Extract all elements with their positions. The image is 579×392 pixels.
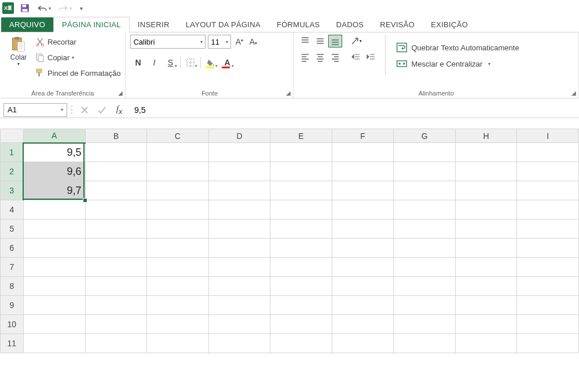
cell[interactable] [85,239,147,258]
cell[interactable] [455,219,517,239]
tab-review[interactable]: REVISÃO [372,17,423,32]
tab-view[interactable]: EXIBIÇÃO [423,17,476,32]
save-button[interactable] [19,2,31,14]
cell[interactable] [332,162,394,181]
cell[interactable] [85,162,147,181]
cell[interactable] [147,315,209,334]
cell[interactable] [270,296,332,315]
cell[interactable] [147,334,209,353]
undo-caret-icon[interactable]: ▾ [49,6,51,11]
cell[interactable] [455,258,517,277]
cell[interactable] [208,162,270,181]
cell[interactable] [23,258,85,277]
cell[interactable] [394,219,456,239]
tab-home[interactable]: PÁGINA INICIAL [53,17,130,32]
cell[interactable] [332,334,394,353]
redo-caret-icon[interactable]: ▾ [69,6,72,11]
cell[interactable] [147,258,209,277]
cell[interactable] [208,277,270,296]
orientation-button[interactable]: ▾ [349,35,363,47]
cell[interactable] [147,219,209,239]
cell[interactable] [394,334,456,353]
cell[interactable] [517,315,579,334]
column-header[interactable]: G [394,129,456,143]
row-header[interactable]: 5 [1,219,24,239]
cell[interactable] [208,219,270,239]
clipboard-dialog-launcher[interactable]: ◢ [118,90,123,96]
font-dialog-launcher[interactable]: ◢ [286,90,291,96]
cell[interactable] [208,181,270,200]
cell[interactable] [517,334,579,353]
cell[interactable] [332,239,394,258]
cell[interactable] [517,277,579,296]
cell[interactable] [517,143,579,162]
customize-qat-button[interactable]: ▾ [78,4,84,13]
cell[interactable] [208,239,270,258]
cell[interactable] [517,296,579,315]
merge-center-button[interactable]: Mesclar e Centralizar ▾ [396,57,519,71]
cell[interactable] [455,296,517,315]
cell[interactable] [208,258,270,277]
enter-formula-button[interactable] [94,103,110,117]
cell[interactable] [147,296,209,315]
cell[interactable] [332,277,394,296]
cell[interactable] [208,334,270,353]
cell[interactable]: 9,5 [23,143,85,162]
cell[interactable] [394,200,456,219]
cell[interactable] [85,200,147,219]
row-header[interactable]: 8 [1,277,24,296]
row-header[interactable]: 7 [1,258,24,277]
row-header[interactable]: 9 [1,296,24,315]
cell[interactable] [23,219,85,239]
cell[interactable] [85,258,147,277]
fill-color-button[interactable]: ▾ [203,56,218,69]
cell[interactable] [455,239,517,258]
increase-indent-button[interactable] [364,51,378,64]
cell[interactable]: 9,6 [23,162,85,181]
cell[interactable] [455,315,517,334]
cell[interactable] [85,315,147,334]
cell[interactable] [270,181,332,200]
align-left-button[interactable] [298,51,312,64]
row-header[interactable]: 3 [1,181,24,200]
cell[interactable] [270,162,332,181]
cell[interactable] [394,239,456,258]
cut-button[interactable]: Recortar [35,35,120,49]
column-header[interactable]: H [455,129,517,143]
cell[interactable] [147,277,209,296]
column-header[interactable]: C [147,129,209,143]
cell[interactable] [23,200,85,219]
cell[interactable] [85,143,147,162]
cell[interactable] [455,181,517,200]
paste-button[interactable]: Colar ▾ [5,35,32,68]
tab-page-layout[interactable]: LAYOUT DA PÁGINA [178,17,269,32]
column-header[interactable]: F [332,129,394,143]
row-header[interactable]: 10 [1,315,24,334]
cell[interactable] [23,296,85,315]
formula-input[interactable] [130,103,579,117]
tab-data[interactable]: DADOS [328,17,372,32]
cancel-formula-button[interactable] [76,103,93,117]
font-name-combo[interactable]: Calibri ▾ [130,35,206,49]
cell[interactable] [455,143,517,162]
cell[interactable] [394,143,456,162]
cell[interactable] [270,277,332,296]
formula-bar-grip[interactable]: ⋮ [69,103,74,117]
bold-button[interactable]: N [130,56,145,69]
underline-button[interactable]: S▾ [163,56,178,69]
tab-formulas[interactable]: FÓRMULAS [269,17,328,32]
cell[interactable] [332,296,394,315]
name-box[interactable]: A1 ▾ [3,103,67,117]
font-color-button[interactable]: A ▾ [219,56,234,69]
cell[interactable] [85,181,147,200]
cell[interactable] [517,219,579,239]
align-top-button[interactable] [298,35,312,47]
cell[interactable] [147,162,209,181]
cell[interactable] [270,143,332,162]
italic-button[interactable]: I [146,56,162,69]
cell[interactable] [85,277,147,296]
font-size-combo[interactable]: 11 ▾ [208,35,231,49]
row-header[interactable]: 6 [1,239,24,258]
fill-handle[interactable] [83,198,87,203]
redo-button[interactable]: ▾ [57,2,73,14]
